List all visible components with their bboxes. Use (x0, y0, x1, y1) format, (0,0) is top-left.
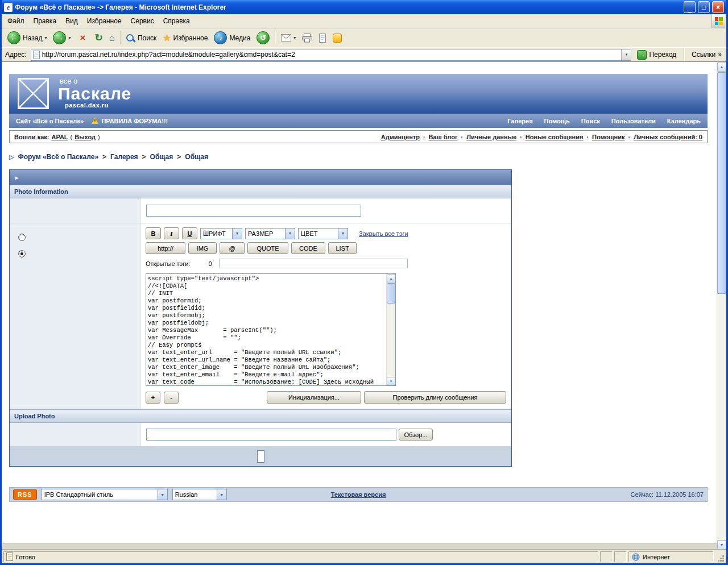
file-path-input[interactable] (146, 429, 396, 441)
bold-button[interactable]: B (146, 227, 161, 239)
mail-dropdown-icon[interactable]: ▾ (293, 35, 296, 40)
mail-button[interactable]: ▾ (278, 32, 299, 43)
blog-link[interactable]: Ваш блог (429, 134, 458, 140)
img-tag-button[interactable]: IMG (188, 242, 217, 254)
nav-gallery-link[interactable]: Галерея (507, 118, 532, 124)
underline-button[interactable]: U (182, 227, 197, 239)
font-select[interactable]: ШРИФТ ▼ (200, 228, 242, 239)
resize-grip[interactable] (715, 551, 725, 562)
menu-edit[interactable]: Правка (29, 15, 61, 27)
address-input[interactable] (42, 50, 619, 60)
http-tag-button[interactable]: http:// (146, 242, 185, 254)
initialize-button[interactable]: Инициализация... (267, 391, 361, 404)
radio-option-1[interactable] (18, 234, 26, 241)
history-button[interactable]: ↺ (254, 30, 272, 46)
nav-search-link[interactable]: Поиск (581, 118, 600, 124)
increase-size-button[interactable]: + (146, 392, 160, 404)
page-scroll-track[interactable] (717, 294, 726, 540)
messenger-button[interactable] (330, 32, 345, 44)
radio-option-2[interactable] (18, 250, 26, 257)
quote-tag-button[interactable]: QUOTE (247, 242, 288, 254)
breadcrumb-forum-link[interactable]: Форум «Всё о Паскале» (18, 153, 98, 161)
back-dropdown-icon[interactable]: ▾ (44, 35, 47, 40)
textarea-scrollbar[interactable]: ▲ ▼ (386, 274, 395, 385)
nav-members-link[interactable]: Пользователи (611, 118, 656, 124)
forum-navbar: Сайт «Всё о Паскале» ПРАВИЛА ФОРУМА!!! Г… (9, 114, 708, 128)
admincp-link[interactable]: Админцентр (381, 134, 420, 140)
text-version-link[interactable]: Текстовая версия (331, 491, 386, 498)
links-button[interactable]: Ссылки » (689, 51, 724, 59)
media-button[interactable]: ♪ Медиа (211, 30, 253, 46)
style-select[interactable]: IPB Стандартный стиль ▼ (42, 489, 168, 500)
scroll-down-icon[interactable]: ▼ (387, 377, 395, 385)
select-arrow-icon[interactable]: ▼ (338, 229, 348, 239)
photo-title-input[interactable] (146, 205, 361, 217)
go-button[interactable]: → Переход (634, 49, 679, 61)
print-button[interactable] (299, 32, 315, 44)
back-button[interactable]: ← Назад ▾ (5, 30, 49, 46)
search-button[interactable]: Поиск (123, 32, 159, 44)
menu-bar: Файл Правка Вид Избранное Сервис Справка (2, 14, 726, 28)
menu-help[interactable]: Справка (159, 15, 195, 27)
italic-button[interactable]: I (164, 227, 179, 239)
assistant-link[interactable]: Помощник (592, 134, 624, 140)
code-tag-button[interactable]: CODE (291, 242, 325, 254)
color-select[interactable]: ЦВЕТ ▼ (298, 228, 348, 239)
nav-site-link[interactable]: Сайт «Всё о Паскале» (16, 118, 84, 124)
page-scroll-thumb[interactable] (717, 72, 726, 294)
select-arrow-icon[interactable]: ▼ (217, 489, 226, 500)
private-messages-link[interactable]: Личных сообщений: 0 (634, 134, 702, 140)
language-select[interactable]: Russian ▼ (172, 489, 227, 500)
textarea-scroll-track[interactable] (387, 304, 395, 377)
maximize-button[interactable]: □ (698, 1, 710, 13)
minimize-button[interactable]: _ (684, 1, 696, 13)
rss-button[interactable]: RSS (13, 489, 37, 500)
toolbar-separator (684, 48, 685, 61)
edit-button[interactable] (316, 32, 329, 44)
close-all-tags-link[interactable]: Закрыть все тэги (359, 230, 408, 237)
forum-rules-link[interactable]: ПРАВИЛА ФОРУМА!!! (92, 118, 168, 124)
select-arrow-icon[interactable]: ▼ (158, 489, 167, 500)
check-length-button[interactable]: Проверить длину сообщения (364, 391, 506, 404)
scroll-down-button[interactable]: ▼ (717, 540, 726, 550)
menu-view[interactable]: Вид (61, 15, 82, 27)
home-button[interactable]: ⌂ (106, 31, 118, 44)
menu-favorites[interactable]: Избранное (82, 15, 126, 27)
username-link[interactable]: APAL (51, 134, 68, 140)
close-button[interactable]: × (712, 1, 724, 13)
editor-actions-row: + - Инициализация... Проверить длину соо… (146, 391, 506, 404)
favorites-button[interactable]: ★ Избранное (160, 32, 210, 44)
select-arrow-icon[interactable]: ▼ (232, 229, 242, 239)
breadcrumb-gallery-link[interactable]: Галерея (110, 153, 138, 161)
page-scrollbar[interactable]: ▲ ▼ (717, 62, 726, 550)
nav-help-link[interactable]: Помощь (544, 118, 570, 124)
site-logo[interactable] (18, 78, 49, 109)
logout-link[interactable]: Выход (75, 134, 96, 140)
new-messages-link[interactable]: Новые сообщения (526, 134, 584, 140)
breadcrumb-category-link[interactable]: Общая (150, 153, 173, 161)
browse-button[interactable]: Обзор... (399, 429, 433, 441)
select-arrow-icon[interactable]: ▼ (285, 229, 295, 239)
size-select[interactable]: РАЗМЕР ▼ (245, 228, 295, 239)
list-tag-button[interactable]: LIST (328, 242, 357, 254)
message-text[interactable]: <script type="text/javascript"> //<![CDA… (146, 274, 386, 385)
email-tag-button[interactable]: @ (220, 242, 245, 254)
home-icon: ⌂ (109, 33, 115, 43)
scroll-up-button[interactable]: ▲ (717, 62, 726, 72)
stop-button[interactable]: × (74, 31, 91, 44)
nav-calendar-link[interactable]: Календарь (667, 118, 701, 124)
message-textarea[interactable]: <script type="text/javascript"> //<![CDA… (146, 273, 396, 386)
forward-dropdown-icon[interactable]: ▾ (68, 35, 71, 40)
bbcode-toolbar-row1: B I U ШРИФТ ▼ РАЗМЕР ▼ (146, 227, 506, 239)
profile-link[interactable]: Личные данные (466, 134, 516, 140)
address-dropdown-icon[interactable]: ▾ (621, 49, 631, 60)
refresh-button[interactable]: ↻ (92, 31, 105, 44)
textarea-scroll-thumb[interactable] (387, 283, 395, 304)
forward-button[interactable]: → ▾ (50, 30, 73, 46)
menu-tools[interactable]: Сервис (126, 15, 159, 27)
submit-placeholder[interactable] (257, 450, 264, 463)
color-select-value: ЦВЕТ (299, 229, 338, 239)
decrease-size-button[interactable]: - (164, 392, 179, 404)
menu-file[interactable]: Файл (3, 15, 29, 27)
scroll-up-icon[interactable]: ▲ (387, 274, 395, 282)
